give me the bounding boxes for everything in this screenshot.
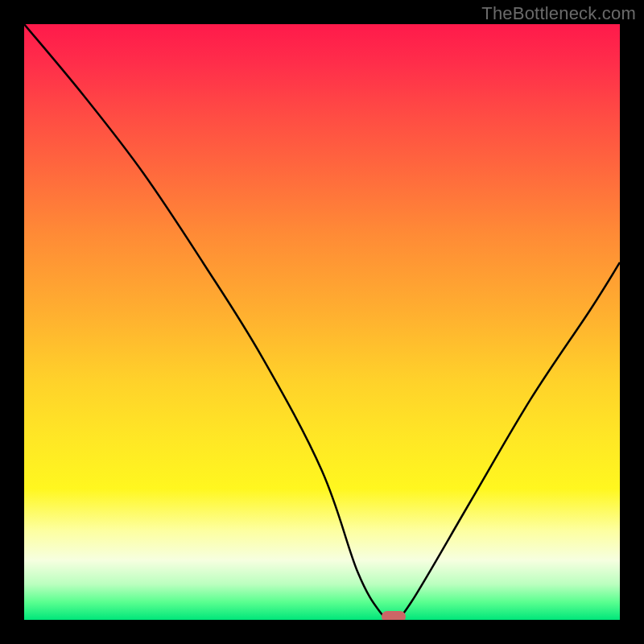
plot-area (24, 24, 620, 620)
bottleneck-curve (24, 24, 620, 620)
watermark-text: TheBottleneck.com (481, 3, 636, 24)
chart-frame: TheBottleneck.com (0, 0, 644, 644)
curve-path (24, 24, 620, 620)
minimum-marker (382, 611, 406, 620)
